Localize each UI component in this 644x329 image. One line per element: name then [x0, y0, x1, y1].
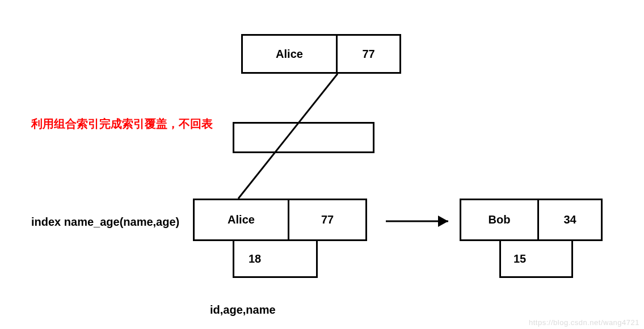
right-leaf-name-cell: Bob [460, 199, 539, 241]
top-node-name-cell: Alice [241, 34, 338, 74]
middle-empty-box [233, 122, 374, 153]
top-node-age: 77 [362, 48, 374, 61]
caption-red: 利用组合索引完成索引覆盖，不回表 [31, 116, 213, 132]
svg-marker-2 [438, 216, 448, 227]
left-leaf-age: 77 [321, 213, 334, 226]
right-leaf-name: Bob [489, 213, 511, 226]
right-leaf-age: 34 [563, 213, 576, 226]
left-leaf-name: Alice [228, 213, 255, 226]
right-leaf-id: 15 [513, 252, 526, 265]
left-leaf-name-cell: Alice [193, 199, 289, 241]
left-leaf-id-cell: 18 [233, 239, 318, 278]
top-node-name: Alice [276, 48, 303, 61]
top-node-age-cell: 77 [336, 34, 401, 74]
watermark: https://blog.csdn.net/wang4721 [529, 318, 639, 327]
right-leaf-id-cell: 15 [499, 239, 573, 278]
left-leaf-id: 18 [249, 252, 261, 265]
bottom-caption: id,age,name [210, 303, 276, 317]
left-leaf-age-cell: 77 [288, 199, 367, 241]
right-leaf-age-cell: 34 [537, 199, 603, 241]
index-label: index name_age(name,age) [31, 216, 179, 229]
